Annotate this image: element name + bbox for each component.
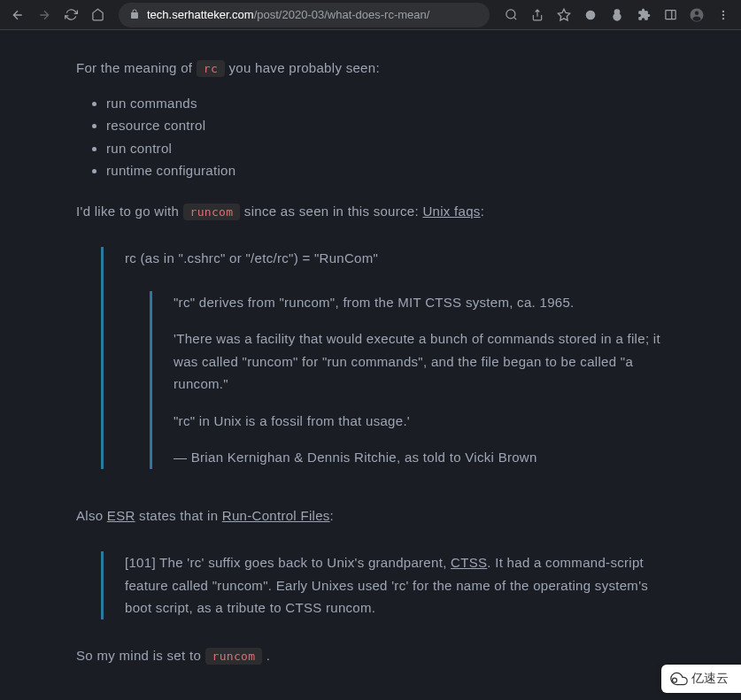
share-icon[interactable] [527, 4, 548, 26]
text: . [262, 648, 270, 663]
text: I'd like to go with [76, 204, 183, 219]
intro-paragraph: For the meaning of rc you have probably … [76, 57, 665, 80]
list-item: run control [106, 137, 665, 160]
menu-icon[interactable] [713, 4, 734, 26]
blockquote-inner: "rc" derives from "runcom", from the MIT… [150, 291, 665, 469]
esr-paragraph: Also ESR states that in Run-Control File… [76, 504, 665, 527]
bq-line: 'There was a facility that would execute… [174, 327, 665, 396]
home-button[interactable] [87, 4, 108, 26]
article-content: For the meaning of rc you have probably … [0, 30, 741, 700]
browser-toolbar: tech.serhatteker.com/post/2020-03/what-d… [0, 0, 741, 30]
forward-button[interactable] [34, 4, 55, 26]
text: states that in [135, 508, 222, 523]
reload-button[interactable] [60, 4, 81, 26]
bq-line: "rc" derives from "runcom", from the MIT… [174, 291, 665, 314]
esr-link[interactable]: ESR [107, 508, 135, 523]
svg-point-7 [722, 13, 724, 15]
bq-line: "rc" in Unix is a fossil from that usage… [174, 410, 665, 433]
panel-icon[interactable] [660, 4, 681, 26]
url-text: tech.serhatteker.com/post/2020-03/what-d… [147, 8, 429, 21]
svg-point-0 [506, 10, 514, 19]
run-control-files-link[interactable]: Run-Control Files [222, 508, 330, 523]
conclusion-paragraph: So my mind is set to runcom . [76, 644, 665, 667]
toolbar-right [500, 4, 734, 26]
text: : [330, 508, 334, 523]
svg-point-8 [722, 17, 724, 19]
svg-rect-2 [665, 11, 675, 19]
unix-faqs-link[interactable]: Unix faqs [422, 204, 480, 219]
text: Also [76, 508, 107, 523]
bq-line: [101] The 'rc' suffix goes back to Unix'… [125, 551, 665, 619]
list-item: resource control [106, 114, 665, 137]
bq-attribution: — Brian Kernighan & Dennis Ritchie, as t… [174, 446, 665, 469]
svg-point-5 [695, 11, 699, 15]
code-runcom: runcom [183, 204, 241, 220]
text: : [481, 204, 484, 219]
extension-icon-2[interactable] [606, 4, 628, 26]
cloud-icon [670, 670, 688, 688]
profile-icon[interactable] [686, 4, 707, 26]
meanings-list: run commands resource control run contro… [106, 92, 665, 182]
address-bar[interactable]: tech.serhatteker.com/post/2020-03/what-d… [119, 3, 490, 27]
preference-paragraph: I'd like to go with runcom since as seen… [76, 200, 665, 223]
svg-point-6 [722, 10, 724, 12]
watermark: 亿速云 [661, 665, 741, 693]
blockquote-runcom: rc (as in ".cshrc" or "/etc/rc") = "RunC… [101, 247, 665, 469]
watermark-text: 亿速云 [691, 671, 729, 687]
list-item: run commands [106, 92, 665, 115]
list-item: runtime configuration [106, 159, 665, 182]
text: So my mind is set to [76, 648, 205, 663]
url-domain: tech.serhatteker.com [147, 8, 254, 21]
bq-line: rc (as in ".cshrc" or "/etc/rc") = "RunC… [125, 247, 665, 270]
zoom-icon[interactable] [500, 4, 521, 26]
extensions-icon[interactable] [633, 4, 654, 26]
text: [101] The 'rc' suffix goes back to Unix'… [125, 555, 451, 570]
text: For the meaning of [76, 60, 197, 75]
ctss-link[interactable]: CTSS [451, 555, 487, 570]
url-path: /post/2020-03/what-does-rc-mean/ [254, 8, 430, 21]
back-button[interactable] [7, 4, 28, 26]
svg-point-1 [586, 10, 596, 19]
bookmark-icon[interactable] [553, 4, 575, 26]
svg-point-9 [673, 678, 677, 682]
extension-icon-1[interactable] [580, 4, 601, 26]
code-runcom-2: runcom [205, 648, 263, 665]
code-rc: rc [197, 60, 225, 77]
lock-icon [129, 9, 140, 21]
text: since as seen in this source: [240, 204, 422, 219]
blockquote-ctss: [101] The 'rc' suffix goes back to Unix'… [101, 551, 665, 619]
text: you have probably seen: [225, 60, 380, 75]
